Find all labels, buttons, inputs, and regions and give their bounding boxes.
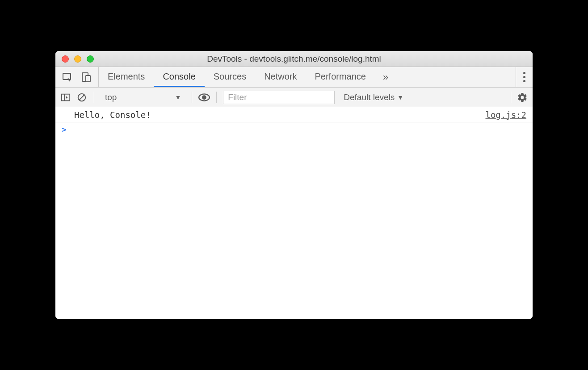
more-tabs-button[interactable]: » — [375, 67, 396, 87]
main-tabs-row: Elements Console Sources Network Perform… — [55, 67, 533, 88]
log-source-link[interactable]: log.js:2 — [485, 110, 526, 120]
prompt-caret-icon: > — [62, 125, 67, 134]
chevron-down-icon: ▼ — [397, 94, 403, 101]
log-row: Hello, Console! log.js:2 — [55, 107, 533, 122]
chevron-double-right-icon: » — [383, 71, 388, 83]
kebab-menu-icon[interactable] — [523, 72, 525, 82]
tab-performance[interactable]: Performance — [306, 67, 375, 87]
tab-label: Console — [163, 71, 195, 82]
tab-label: Elements — [108, 71, 145, 82]
filter-input[interactable] — [223, 91, 335, 104]
minimize-window-button[interactable] — [74, 55, 81, 63]
log-message: Hello, Console! — [74, 110, 485, 120]
svg-line-6 — [80, 95, 84, 100]
execution-context-select[interactable]: top ▼ — [101, 92, 185, 102]
levels-label: Default levels — [344, 92, 395, 102]
traffic-lights — [55, 55, 94, 63]
zoom-window-button[interactable] — [87, 55, 94, 63]
tab-label: Network — [264, 71, 297, 82]
clear-console-icon[interactable] — [76, 92, 88, 103]
toggle-console-sidebar-icon[interactable] — [60, 92, 71, 103]
tab-label: Sources — [214, 71, 246, 82]
tab-label: Performance — [315, 71, 366, 82]
inspect-element-icon[interactable] — [62, 71, 73, 83]
console-toolbar: top ▼ Default levels ▼ — [55, 88, 533, 107]
context-label: top — [105, 92, 117, 102]
console-output: Hello, Console! log.js:2 > — [55, 107, 533, 319]
window-title: DevTools - devtools.glitch.me/console/lo… — [55, 54, 533, 64]
tab-elements[interactable]: Elements — [99, 67, 154, 87]
tab-sources[interactable]: Sources — [205, 67, 255, 87]
svg-rect-2 — [86, 76, 90, 82]
main-tabs: Elements Console Sources Network Perform… — [99, 67, 375, 87]
console-settings-icon[interactable] — [517, 92, 528, 103]
console-prompt-row[interactable]: > — [55, 122, 533, 136]
close-window-button[interactable] — [62, 55, 69, 63]
tab-network[interactable]: Network — [255, 67, 306, 87]
separator — [94, 92, 94, 103]
inspect-tools — [55, 67, 99, 87]
toolbar-right — [511, 92, 528, 103]
device-toolbar-icon[interactable] — [80, 71, 92, 83]
log-levels-select[interactable]: Default levels ▼ — [339, 92, 408, 102]
svg-rect-3 — [62, 94, 70, 101]
titlebar: DevTools - devtools.glitch.me/console/lo… — [55, 51, 533, 67]
svg-rect-0 — [63, 73, 71, 80]
devtools-window: DevTools - devtools.glitch.me/console/lo… — [55, 51, 533, 319]
tabs-right — [516, 67, 533, 87]
separator — [216, 92, 217, 103]
live-expression-icon[interactable] — [198, 92, 210, 103]
chevron-down-icon: ▼ — [175, 94, 181, 101]
separator — [192, 92, 192, 103]
tab-console[interactable]: Console — [154, 67, 204, 87]
svg-point-8 — [202, 95, 206, 100]
